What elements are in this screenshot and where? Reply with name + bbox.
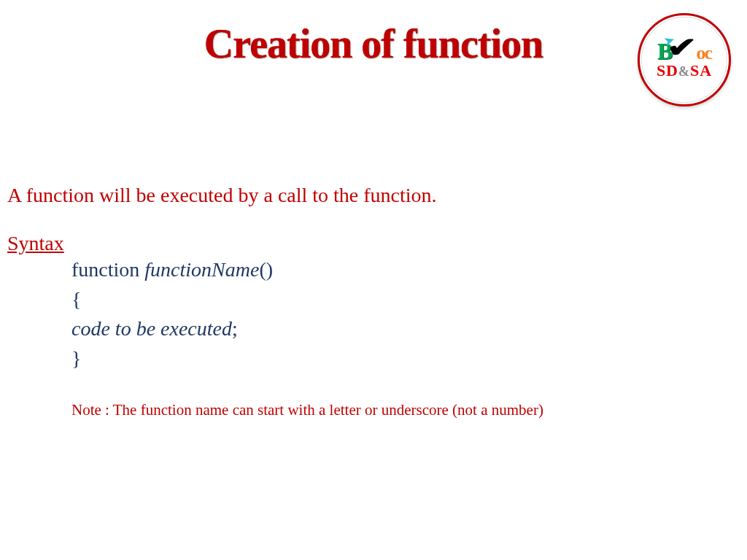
function-name-placeholder: functionName: [144, 258, 259, 281]
syntax-code-block: function functionName() { code to be exe…: [7, 255, 718, 373]
logo-sa: SA: [690, 61, 712, 79]
code-line-2: {: [71, 285, 718, 315]
code-line-4: }: [71, 344, 718, 374]
logo-ampersand: &: [678, 64, 690, 79]
logo-badge: ➤ B ✔ oc SD&SA: [638, 13, 731, 106]
parentheses: (): [259, 258, 273, 281]
syntax-heading: Syntax: [7, 232, 718, 255]
checkmark-icon: ✔: [667, 34, 697, 61]
semicolon: ;: [232, 317, 238, 340]
logo-letters-oc: oc: [696, 44, 711, 63]
logo-top-row: ➤ B ✔ oc: [657, 39, 711, 63]
note-text: Note : The function name can start with …: [7, 401, 718, 419]
content-area: A function will be executed by a call to…: [7, 184, 718, 419]
intro-text: A function will be executed by a call to…: [7, 184, 718, 207]
code-line-1: function functionName(): [71, 255, 718, 285]
code-body-placeholder: code to be executed: [71, 317, 232, 340]
slide-title: Creation of function: [0, 20, 747, 67]
keyword-function: function: [71, 258, 144, 281]
code-line-3: code to be executed;: [71, 314, 718, 344]
